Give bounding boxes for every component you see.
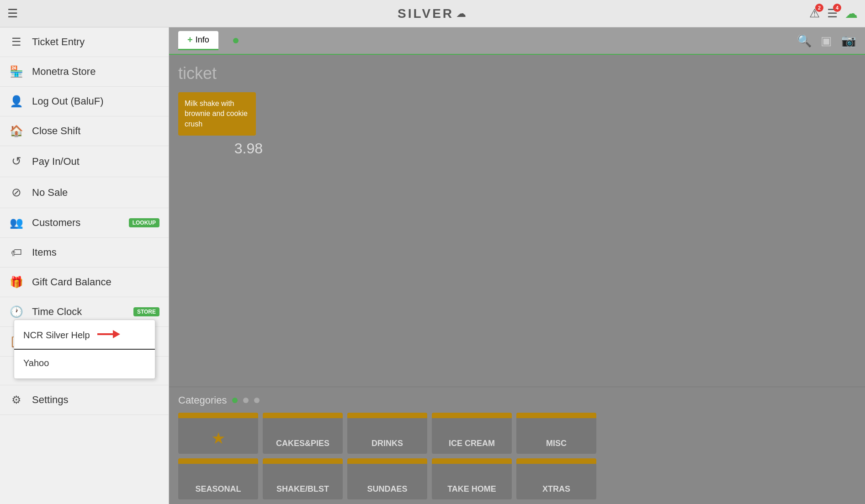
user-icon: 👤 xyxy=(9,95,24,108)
sidebar-item-pay-in-out[interactable]: ↺ Pay In/Out xyxy=(0,146,169,177)
item-description: Milk shake with brownie and cookie crush xyxy=(185,99,249,129)
ticket-topbar: + Info 🔍 ▣ 📷 xyxy=(169,27,865,55)
list-button[interactable]: ☰ 4 xyxy=(827,6,838,21)
sidebar-item-label: Gift Card Balance xyxy=(32,276,159,288)
cat-label: SUNDAES xyxy=(367,484,407,494)
cat-top-bar xyxy=(432,458,512,464)
cat-btn-sundaes[interactable]: SUNDAES xyxy=(347,458,427,499)
plus-icon: + xyxy=(187,35,193,45)
cat-btn-ice-cream[interactable]: ICE CREAM xyxy=(432,413,512,454)
item-price: 3.98 xyxy=(178,140,263,157)
cat-top-bar xyxy=(347,458,427,464)
cat-btn-take-home[interactable]: TAKE HOME xyxy=(432,458,512,499)
item-card[interactable]: Milk shake with brownie and cookie crush xyxy=(178,92,256,136)
cat-top-bar xyxy=(432,413,512,418)
sidebar-item-label: Pay In/Out xyxy=(32,156,159,168)
ticket-entry-icon: ☰ xyxy=(9,36,24,48)
app-logo: SILVER ☁ xyxy=(398,6,467,21)
tab-label: Info xyxy=(196,35,209,45)
settings-icon: ⚙ xyxy=(9,394,24,406)
sidebar-item-label: Close Shift xyxy=(32,125,159,137)
categories-title: Categories xyxy=(178,394,227,406)
sidebar-item-label: Log Out (BaluF) xyxy=(32,95,159,107)
hamburger-menu[interactable]: ☰ xyxy=(7,6,18,21)
cat-label: DRINKS xyxy=(371,439,403,448)
ticket-content: ticket Milk shake with brownie and cooki… xyxy=(169,55,865,387)
cat-top-bar xyxy=(178,458,258,464)
sidebar-item-label: Customers xyxy=(32,217,125,229)
cat-label: CAKES&PIES xyxy=(276,439,329,448)
ncr-help-label: NCR Silver Help xyxy=(23,330,90,341)
sidebar-item-monetra-store[interactable]: 🏪 Monetra Store xyxy=(0,57,169,87)
alert-badge: 2 xyxy=(815,4,823,12)
list-badge: 4 xyxy=(833,4,841,12)
sidebar-item-close-shift[interactable]: 🏠 Close Shift xyxy=(0,116,169,146)
cat-label: TAKE HOME xyxy=(447,484,496,494)
cat-label: MISC xyxy=(546,439,567,448)
cat-btn-shake-blst[interactable]: SHAKE/BLST xyxy=(263,458,343,499)
cat-dot-inactive xyxy=(243,398,249,403)
ticket-title: ticket xyxy=(178,64,856,83)
cat-dot-active xyxy=(232,398,238,403)
cat-label: XTRAS xyxy=(542,484,570,494)
store-badge: STORE xyxy=(133,307,159,316)
sidebar-item-customers[interactable]: 👥 Customers LOOKUP xyxy=(0,208,169,238)
camera-icon[interactable]: 📷 xyxy=(841,34,856,48)
no-sale-icon: ⊘ xyxy=(9,185,24,200)
help-dropdown: NCR Silver Help Yahoo xyxy=(14,320,155,379)
svg-rect-0 xyxy=(97,333,115,335)
lookup-badge: LOOKUP xyxy=(129,218,159,227)
sidebar-item-label: Settings xyxy=(32,394,159,406)
content-area: + Info 🔍 ▣ 📷 ticket Milk shake with brow… xyxy=(169,27,865,504)
items-icon: 🏷 xyxy=(9,246,24,259)
cat-btn-favorites[interactable]: ★ xyxy=(178,413,258,454)
cat-label: SEASONAL xyxy=(195,484,241,494)
cat-btn-seasonal[interactable]: SEASONAL xyxy=(178,458,258,499)
sidebar-item-label: Ticket Entry xyxy=(32,36,159,48)
sidebar-item-no-sale[interactable]: ⊘ No Sale xyxy=(0,177,169,208)
star-icon: ★ xyxy=(212,430,224,446)
cat-dot-inactive2 xyxy=(254,398,260,403)
categories-header: Categories xyxy=(178,394,856,406)
pay-icon: ↺ xyxy=(9,154,24,168)
cloud-button[interactable]: ☁ xyxy=(845,6,858,21)
sidebar-item-label: No Sale xyxy=(32,187,159,199)
sidebar: ☰ Ticket Entry 🏪 Monetra Store 👤 Log Out… xyxy=(0,27,169,504)
alert-button[interactable]: ⚠ 2 xyxy=(809,6,820,21)
cat-btn-misc[interactable]: MISC xyxy=(516,413,596,454)
cat-top-bar xyxy=(516,413,596,418)
svg-marker-1 xyxy=(113,330,120,338)
search-icon[interactable]: 🔍 xyxy=(797,34,812,48)
cat-top-bar xyxy=(347,413,427,418)
help-dropdown-ncr[interactable]: NCR Silver Help xyxy=(14,324,155,347)
customers-icon: 👥 xyxy=(9,216,24,229)
sidebar-item-label: Time Clock xyxy=(32,306,130,318)
categories-row2: SEASONAL SHAKE/BLST SUNDAES TAKE HOME XT… xyxy=(178,458,856,499)
bank-icon: 🏠 xyxy=(9,125,24,137)
cat-top-bar xyxy=(263,413,343,418)
cat-top-bar xyxy=(178,413,258,418)
logo-cloud-icon: ☁ xyxy=(456,8,467,19)
sidebar-item-settings[interactable]: ⚙ Settings xyxy=(0,385,169,415)
cat-label: SHAKE/BLST xyxy=(276,484,329,494)
status-dot xyxy=(233,38,239,43)
cloud-icon: ☁ xyxy=(845,6,858,21)
sidebar-item-label: Monetra Store xyxy=(32,66,159,78)
cat-top-bar xyxy=(263,458,343,464)
sidebar-item-log-out[interactable]: 👤 Log Out (BaluF) xyxy=(0,87,169,116)
info-tab[interactable]: + Info xyxy=(178,31,218,50)
gift-icon: 🎁 xyxy=(9,276,24,289)
topbar: ☰ SILVER ☁ ⚠ 2 ☰ 4 ☁ xyxy=(0,0,865,27)
sidebar-item-items[interactable]: 🏷 Items xyxy=(0,238,169,268)
grid-icon[interactable]: ▣ xyxy=(821,34,832,48)
categories-row1: ★ CAKES&PIES DRINKS ICE CREAM MISC xyxy=(178,413,856,454)
cat-btn-cakes-pies[interactable]: CAKES&PIES xyxy=(263,413,343,454)
cat-btn-xtras[interactable]: XTRAS xyxy=(516,458,596,499)
sidebar-item-gift-card[interactable]: 🎁 Gift Card Balance xyxy=(0,268,169,297)
main-layout: ☰ Ticket Entry 🏪 Monetra Store 👤 Log Out… xyxy=(0,27,865,504)
store-icon: 🏪 xyxy=(9,65,24,78)
sidebar-item-ticket-entry[interactable]: ☰ Ticket Entry xyxy=(0,27,169,57)
clock-icon: 🕐 xyxy=(9,305,24,318)
cat-btn-drinks[interactable]: DRINKS xyxy=(347,413,427,454)
help-dropdown-yahoo[interactable]: Yahoo xyxy=(14,352,155,375)
